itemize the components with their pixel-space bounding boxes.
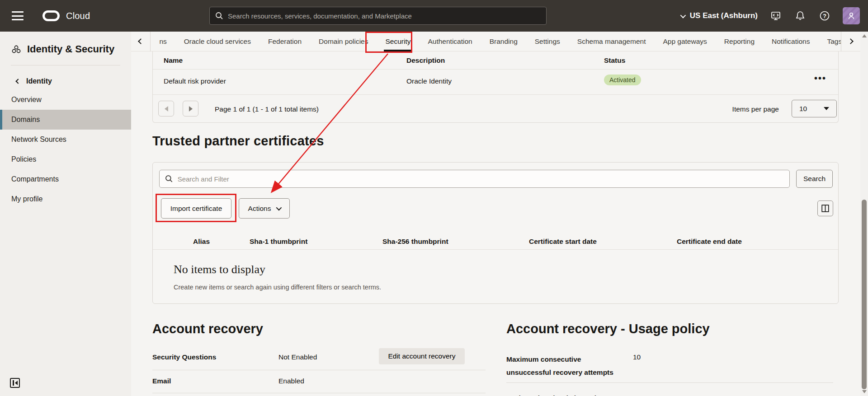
tab-truncated[interactable]: ns — [151, 32, 175, 51]
scroll-up-icon[interactable] — [862, 34, 867, 37]
col-sha1: Sha-1 thumbprint — [250, 238, 307, 246]
user-avatar[interactable] — [843, 7, 860, 24]
certificates-section-title: Trusted partner certificates — [152, 134, 324, 149]
header-actions: US East (Ashburn) ? — [680, 0, 860, 32]
tab-federation[interactable]: Federation — [259, 32, 310, 51]
tab-settings[interactable]: Settings — [526, 32, 569, 51]
brand-name: Cloud — [66, 11, 90, 21]
chevron-down-icon — [680, 12, 686, 18]
sidebar-title-row: Identity & Security — [0, 32, 131, 65]
cloud-shell-icon[interactable] — [769, 9, 782, 22]
tab-reporting[interactable]: Reporting — [716, 32, 763, 51]
sidebar-item-policies[interactable]: Policies — [0, 149, 131, 169]
email-label: Email — [152, 377, 171, 385]
tab-domain-policies[interactable]: Domain policies — [310, 32, 377, 51]
sidebar-title: Identity & Security — [27, 43, 114, 55]
email-value: Enabled — [278, 377, 304, 385]
account-recovery-section: Account recovery Security Questions Not … — [131, 316, 860, 396]
scrollbar-thumb[interactable] — [862, 200, 867, 389]
col-end-date: Certificate end date — [677, 238, 742, 246]
sidebar-item-my-profile[interactable]: My profile — [0, 189, 131, 209]
chevron-left-icon — [15, 79, 20, 84]
chevron-down-icon — [276, 205, 282, 211]
tab-schema-management[interactable]: Schema management — [569, 32, 655, 51]
svg-text:?: ? — [823, 13, 826, 19]
certificates-search-input[interactable] — [178, 175, 784, 183]
oracle-logo-icon — [42, 10, 60, 21]
account-recovery-title: Account recovery — [152, 321, 263, 336]
col-sha256: Sha-256 thumbprint — [382, 238, 448, 246]
domain-tab-bar: ns Oracle cloud services Federation Doma… — [131, 32, 860, 51]
items-per-page-value: 10 — [799, 105, 807, 113]
caret-down-icon — [824, 107, 829, 110]
tabs-scroll-right-button[interactable] — [841, 32, 860, 51]
col-description: Description — [406, 56, 445, 65]
edit-account-recovery-button[interactable]: Edit account recovery — [379, 348, 465, 364]
col-alias: Alias — [193, 238, 210, 246]
lockout-duration-label: Lockout duration (minutes) — [506, 394, 597, 396]
dock-panel-icon[interactable] — [10, 378, 20, 388]
sidebar: Identity & Security Identity Overview Do… — [0, 32, 131, 396]
region-label: US East (Ashburn) — [690, 11, 758, 20]
items-per-page-select[interactable]: 10 — [792, 100, 837, 117]
actions-button[interactable]: Actions — [239, 198, 290, 219]
import-certificate-button[interactable]: Import certificate — [161, 198, 231, 219]
sidebar-item-compartments[interactable]: Compartments — [0, 169, 131, 189]
pagination: Page 1 of 1 (1 - 1 of 1 total items) Ite… — [153, 95, 838, 122]
tabs-scroll-left-button[interactable] — [131, 32, 151, 51]
sidebar-item-domains[interactable]: Domains — [0, 110, 131, 130]
previous-page-button[interactable] — [158, 101, 174, 116]
tab-branding[interactable]: Branding — [481, 32, 526, 51]
global-search[interactable] — [209, 7, 547, 25]
table-row[interactable]: Default risk provider Oracle Identity Ac… — [153, 70, 838, 94]
pagination-summary: Page 1 of 1 (1 - 1 of 1 total items) — [215, 105, 319, 113]
security-questions-value: Not Enabled — [278, 353, 317, 361]
security-questions-label: Security Questions — [152, 353, 216, 361]
search-icon — [165, 175, 173, 183]
risk-table-header: Name Description Status — [153, 51, 838, 69]
risk-provider-table: Name Description Status Default risk pro… — [152, 51, 839, 123]
sidebar-item-overview[interactable]: Overview — [0, 90, 131, 110]
vertical-scrollbar[interactable] — [860, 32, 868, 396]
manage-columns-button[interactable] — [817, 200, 833, 216]
row-actions-ellipsis-icon[interactable]: ••• — [814, 73, 826, 84]
tab-authentication[interactable]: Authentication — [419, 32, 481, 51]
search-button[interactable]: Search — [796, 170, 833, 188]
next-page-button[interactable] — [183, 101, 198, 116]
empty-state-title: No items to display — [174, 263, 265, 276]
hamburger-menu-icon[interactable] — [12, 11, 24, 20]
columns-icon — [821, 205, 829, 212]
status-badge: Activated — [604, 75, 641, 85]
tab-app-gateways[interactable]: App gateways — [654, 32, 715, 51]
tab-oracle-cloud-services[interactable]: Oracle cloud services — [175, 32, 259, 51]
region-selector[interactable]: US East (Ashburn) — [680, 11, 758, 20]
certificates-table-header: Alias Sha-1 thumbprint Sha-256 thumbprin… — [153, 235, 832, 249]
tab-security[interactable]: Security — [377, 32, 419, 51]
certificates-card: Search Import certificate Actions Alias … — [152, 162, 839, 304]
max-attempts-label: Maximum consecutive unsuccessful recover… — [506, 353, 627, 379]
empty-state-subtitle: Create new items or search again using d… — [174, 284, 381, 291]
col-name: Name — [164, 56, 183, 65]
sidebar-nav: Overview Domains Network Sources Policie… — [0, 90, 131, 209]
certificates-search[interactable] — [159, 170, 790, 188]
sidebar-back-identity[interactable]: Identity — [0, 65, 131, 90]
oracle-cloud-console: Cloud US East (Ashburn) ? — [0, 0, 868, 396]
brand[interactable]: Cloud — [42, 10, 90, 21]
scroll-down-icon[interactable] — [862, 390, 867, 393]
cell-name: Default risk provider — [164, 77, 226, 85]
usage-policy-title: Account recovery - Usage policy — [506, 321, 710, 336]
identity-security-icon — [11, 44, 22, 55]
cell-description: Oracle Identity — [406, 77, 452, 85]
sidebar-back-label: Identity — [26, 77, 52, 85]
actions-label: Actions — [248, 205, 271, 213]
tab-tags[interactable]: Tags — [818, 32, 840, 51]
help-icon[interactable]: ? — [818, 9, 831, 22]
tab-notifications[interactable]: Notifications — [763, 32, 818, 51]
main-content: Name Description Status Default risk pro… — [131, 51, 860, 396]
global-search-input[interactable] — [228, 12, 541, 20]
col-status: Status — [604, 56, 625, 65]
notifications-bell-icon[interactable] — [794, 9, 807, 22]
tabs: ns Oracle cloud services Federation Doma… — [151, 32, 840, 51]
sidebar-item-network-sources[interactable]: Network Sources — [0, 130, 131, 149]
lockout-duration-value: 30 — [633, 394, 641, 396]
